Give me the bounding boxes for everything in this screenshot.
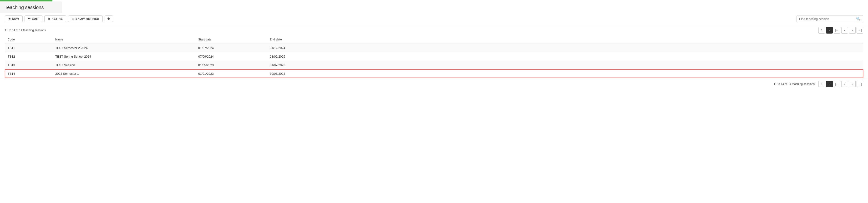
show-retired-label: SHOW RETIRED	[75, 17, 99, 21]
bottom-first-page-button[interactable]: |←	[834, 81, 840, 87]
top-pagination-controls: 1 2 |← ‹ › →|	[818, 27, 863, 34]
edit-icon: ✏	[28, 17, 31, 21]
table-header: Code Name Start date End date	[5, 35, 863, 44]
top-pagination-info: 11 to 14 of 14 teaching sessions	[5, 29, 46, 32]
table-body: TS11TEST Semester 2 202401/07/202431/12/…	[5, 44, 863, 78]
page-btn-1[interactable]: 1	[818, 27, 825, 34]
table-row[interactable]: TS11TEST Semester 2 202401/07/202431/12/…	[5, 44, 863, 53]
bottom-prev-page-button[interactable]: ‹	[841, 81, 848, 87]
teaching-sessions-table: Code Name Start date End date TS11TEST S…	[5, 35, 863, 78]
bottom-page-btn-1[interactable]: 1	[818, 81, 825, 87]
page-title-area: Teaching sessions	[0, 1, 62, 13]
top-pagination-area: 11 to 14 of 14 teaching sessions 1 2 |← …	[0, 25, 868, 35]
first-page-button[interactable]: |←	[834, 27, 840, 34]
search-input[interactable]	[799, 17, 855, 21]
table-row[interactable]: TS13TEST Session01/05/202331/07/2023	[5, 61, 863, 69]
header-row: Code Name Start date End date	[5, 35, 863, 44]
table-row[interactable]: TS12TEST Spring School 202407/09/202428/…	[5, 53, 863, 61]
next-page-button[interactable]: ›	[849, 27, 856, 34]
bottom-last-page-button[interactable]: →|	[857, 81, 863, 87]
table-wrapper: Code Name Start date End date TS11TEST S…	[0, 35, 868, 78]
bottom-pagination-info: 11 to 14 of 14 teaching sessions	[774, 82, 815, 86]
table-row[interactable]: TS142023 Semester 101/01/202330/06/2023	[5, 69, 863, 78]
cell-start-date: 01/05/2023	[195, 61, 267, 69]
cell-name: TEST Session	[53, 61, 195, 69]
toolbar: ✳ NEW ✏ EDIT ⊘ RETIRE ◎ SHOW RETIRED 🗑 🔍	[0, 13, 868, 25]
col-name: Name	[53, 35, 195, 44]
cell-end-date: 30/06/2023	[267, 69, 863, 78]
cell-name: TEST Semester 2 2024	[53, 44, 195, 53]
cell-start-date: 07/09/2024	[195, 53, 267, 61]
cell-end-date: 31/12/2024	[267, 44, 863, 53]
retire-icon: ⊘	[48, 17, 51, 21]
cell-code: TS11	[5, 44, 53, 53]
cell-name: 2023 Semester 1	[53, 69, 195, 78]
cell-code: TS13	[5, 61, 53, 69]
col-end-date: End date	[267, 35, 863, 44]
bottom-pagination: 11 to 14 of 14 teaching sessions 1 2 |← …	[0, 78, 868, 90]
cell-name: TEST Spring School 2024	[53, 53, 195, 61]
cell-start-date: 01/01/2023	[195, 69, 267, 78]
edit-button[interactable]: ✏ EDIT	[25, 15, 42, 22]
col-start-date: Start date	[195, 35, 267, 44]
prev-page-button[interactable]: ‹	[841, 27, 848, 34]
search-box[interactable]: 🔍	[797, 15, 863, 22]
col-code: Code	[5, 35, 53, 44]
retire-label: RETIRE	[52, 17, 63, 21]
bottom-page-btn-2[interactable]: 2	[826, 81, 833, 87]
last-page-button[interactable]: →|	[857, 27, 863, 34]
show-retired-icon: ◎	[72, 17, 74, 21]
show-retired-button[interactable]: ◎ SHOW RETIRED	[68, 15, 103, 22]
delete-icon: 🗑	[107, 17, 110, 21]
retire-button[interactable]: ⊘ RETIRE	[44, 15, 66, 22]
new-icon: ✳	[8, 17, 11, 21]
bottom-next-page-button[interactable]: ›	[849, 81, 856, 87]
new-button[interactable]: ✳ NEW	[5, 15, 23, 22]
cell-code: TS14	[5, 69, 53, 78]
page-title: Teaching sessions	[5, 5, 43, 10]
cell-end-date: 31/07/2023	[267, 61, 863, 69]
cell-code: TS12	[5, 53, 53, 61]
page-btn-2[interactable]: 2	[826, 27, 833, 34]
toolbar-right: 🔍	[797, 15, 863, 22]
cell-end-date: 28/02/2025	[267, 53, 863, 61]
delete-button[interactable]: 🗑	[104, 15, 113, 22]
new-label: NEW	[12, 17, 19, 21]
search-icon: 🔍	[856, 16, 861, 21]
edit-label: EDIT	[32, 17, 39, 21]
cell-start-date: 01/07/2024	[195, 44, 267, 53]
